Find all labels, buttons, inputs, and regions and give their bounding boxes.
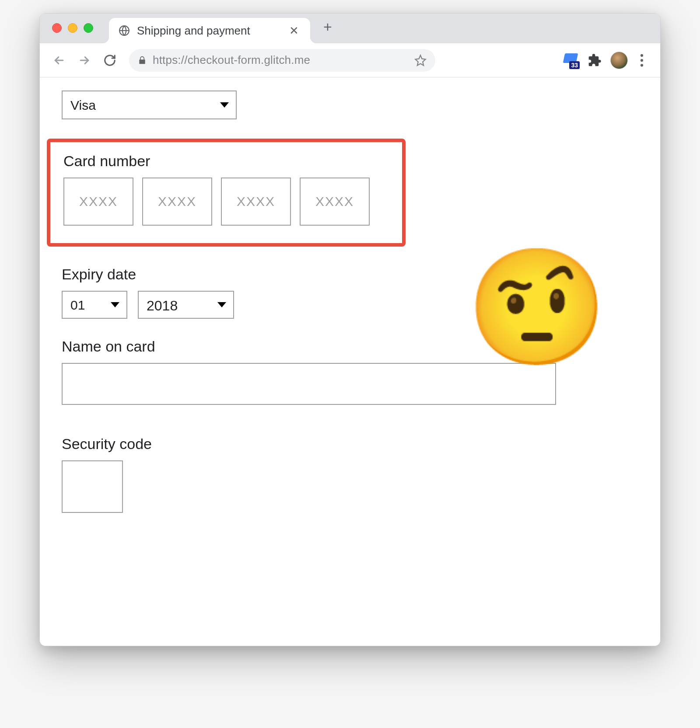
extensions-area: 33 [563, 52, 651, 69]
security-code-label: Security code [62, 435, 638, 453]
expiry-month-select[interactable]: 01 [62, 291, 127, 319]
card-type-group: Visa [62, 91, 638, 119]
extension-css-overview[interactable]: 33 [563, 52, 579, 68]
card-segment-2[interactable] [142, 178, 212, 226]
tab-title: Shipping and payment [137, 24, 280, 38]
browser-toolbar: https://checkout-form.glitch.me 33 [40, 43, 660, 77]
new-tab-button[interactable]: + [323, 18, 332, 39]
kebab-menu-icon[interactable] [637, 54, 647, 67]
card-number-segments [63, 178, 389, 226]
card-number-label: Card number [63, 153, 389, 170]
close-window-button[interactable] [52, 23, 62, 33]
extensions-icon[interactable] [588, 53, 602, 67]
window-controls [52, 23, 93, 33]
forward-button[interactable] [74, 50, 95, 71]
expiry-year-select[interactable]: 2018 [138, 291, 234, 319]
lock-icon [138, 55, 147, 66]
reload-button[interactable] [99, 50, 120, 71]
close-tab-icon[interactable]: ✕ [287, 24, 301, 38]
back-button[interactable] [49, 50, 70, 71]
svg-point-2 [640, 59, 643, 61]
security-code-input[interactable] [62, 460, 123, 513]
profile-avatar[interactable] [610, 52, 628, 69]
card-segment-1[interactable] [63, 178, 133, 226]
svg-point-3 [640, 64, 643, 66]
card-segment-4[interactable] [300, 178, 370, 226]
card-number-highlight: Card number [47, 139, 406, 247]
browser-window: Shipping and payment ✕ + https://checkou… [39, 13, 661, 646]
bookmark-star-icon[interactable] [414, 54, 427, 66]
security-code-group: Security code [62, 435, 638, 513]
extension-badge-count: 33 [569, 61, 580, 69]
card-segment-3[interactable] [221, 178, 291, 226]
card-type-select[interactable]: Visa [62, 91, 237, 119]
browser-tab[interactable]: Shipping and payment ✕ [109, 18, 310, 43]
globe-icon [119, 25, 130, 36]
titlebar: Shipping and payment ✕ + [40, 14, 660, 43]
page-content: Visa Card number 🤨 Expiry date 01 2018 [40, 77, 660, 646]
url-text: https://checkout-form.glitch.me [153, 53, 310, 67]
minimize-window-button[interactable] [68, 23, 77, 33]
svg-point-1 [640, 54, 643, 56]
maximize-window-button[interactable] [84, 23, 93, 33]
address-bar[interactable]: https://checkout-form.glitch.me [129, 49, 435, 72]
raised-eyebrow-emoji: 🤨 [466, 250, 608, 364]
